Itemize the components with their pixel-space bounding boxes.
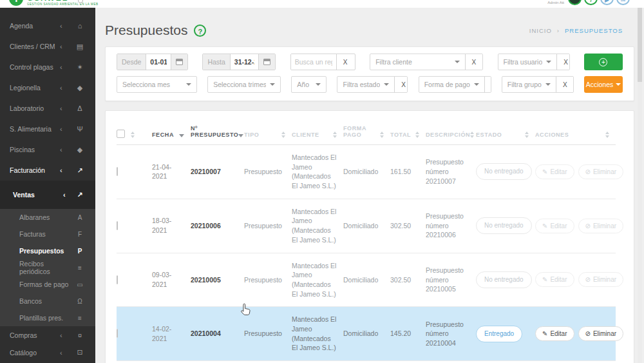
- breadcrumb-current: PRESUPUESTOS: [565, 27, 623, 34]
- bug-icon: ✶: [75, 63, 85, 72]
- scrollbar-thumb[interactable]: [638, 8, 642, 82]
- select-placeholder: Filtra grupo: [507, 81, 542, 88]
- sidebar-item-ventas[interactable]: Ventas ‹ ↗: [0, 181, 95, 209]
- help-circle-icon[interactable]: ?: [584, 0, 598, 5]
- sidebar-item-albaranes[interactable]: Albaranes A: [0, 209, 95, 226]
- video-icon[interactable]: ▶: [600, 0, 614, 5]
- sort-icon[interactable]: [333, 132, 337, 138]
- delete-button[interactable]: ⊘Eliminar: [578, 272, 624, 287]
- date-to-input[interactable]: [231, 54, 259, 70]
- delete-button[interactable]: ⊘Eliminar: [578, 164, 624, 179]
- column-header-numero[interactable]: Nº Presupuesto: [191, 125, 238, 138]
- filter-grupo-select[interactable]: Filtra grupo: [502, 77, 556, 92]
- caret-down-icon: [455, 61, 460, 63]
- search-clear-button[interactable]: X: [336, 54, 354, 70]
- sidebar-item-legionella[interactable]: Legionella ‹ ◆: [0, 77, 95, 98]
- chevron-left-icon: ‹: [60, 331, 69, 339]
- filter-grupo-clear-button[interactable]: X: [556, 77, 574, 92]
- cell-forma-pago: Domiciliado: [343, 321, 390, 346]
- row-checkbox[interactable]: [117, 329, 118, 338]
- delete-icon: ⊘: [585, 222, 591, 230]
- cell-fecha: 14-02-2021: [152, 317, 191, 351]
- caret-down-icon: [474, 83, 479, 86]
- filter-forma-pago-group: Forma de pago X: [419, 76, 491, 93]
- sidebar-item-control-plagas[interactable]: Control plagas ‹ ✶: [0, 57, 95, 77]
- filter-estado-clear-button[interactable]: X: [394, 77, 408, 92]
- sort-icon[interactable]: [380, 132, 384, 138]
- sidebar-item-laboratorio[interactable]: Laboratorio ‹ Δ: [0, 98, 95, 119]
- sort-icon[interactable]: [605, 132, 609, 138]
- sidebar-item-bancos[interactable]: Bancos Ω: [0, 293, 95, 309]
- filter-anio-select[interactable]: Año: [291, 76, 327, 93]
- sidebar-item-clientes-crm[interactable]: Clientes / CRM ‹ ▤: [0, 36, 95, 57]
- sort-icon[interactable]: [470, 132, 474, 138]
- sort-icon[interactable]: [525, 132, 529, 138]
- edit-button[interactable]: ✎Editar: [535, 219, 574, 233]
- delete-button-label: Eliminar: [593, 330, 616, 337]
- sidebar-item-label: Laboratorio: [10, 104, 60, 112]
- sidebar-item-agenda[interactable]: Agenda ‹ ⌂: [0, 15, 95, 36]
- cutlery-icon: Ψ: [75, 125, 85, 133]
- scrollbar[interactable]: [638, 8, 642, 363]
- column-header-fecha[interactable]: Fecha: [152, 132, 174, 138]
- column-header-estado[interactable]: Estado: [476, 132, 502, 138]
- avatar[interactable]: [568, 0, 582, 5]
- sidebar-item-facturas[interactable]: Facturas F: [0, 226, 95, 242]
- sidebar-item-piscinas[interactable]: Piscinas ‹ ◆: [0, 139, 95, 160]
- sidebar-item-facturacion[interactable]: Facturación ‹ ↗: [0, 160, 95, 181]
- delete-button[interactable]: ⊘Eliminar: [578, 219, 624, 233]
- filter-usuario-clear-button[interactable]: X: [556, 54, 569, 70]
- column-header-tipo[interactable]: Tipo: [244, 132, 259, 138]
- calendar-icon[interactable]: [258, 54, 275, 70]
- row-checkbox[interactable]: [117, 221, 118, 230]
- filter-cliente-select[interactable]: Filtra cliente: [370, 54, 464, 70]
- filter-forma-pago-select[interactable]: Forma de pago: [419, 77, 484, 92]
- filter-estado-select[interactable]: Filtra estado: [337, 77, 394, 92]
- row-checkbox[interactable]: [117, 275, 118, 284]
- sort-icon[interactable]: [281, 132, 285, 138]
- sidebar-item-formas-de-pago[interactable]: Formas de pago ▭: [0, 276, 95, 293]
- sidebar-item-presupuestos[interactable]: Presupuestos P: [0, 242, 95, 259]
- cart-icon: ¤: [75, 331, 85, 339]
- filter-forma-pago-clear-button[interactable]: X: [484, 77, 491, 92]
- search-input[interactable]: [291, 54, 336, 70]
- sort-desc-icon[interactable]: [179, 134, 184, 137]
- edit-button[interactable]: ✎Editar: [535, 326, 574, 341]
- row-checkbox[interactable]: [117, 167, 118, 176]
- column-header-descripcion[interactable]: Descripción: [426, 132, 470, 138]
- filter-usuario-select[interactable]: Filtra usuario: [498, 54, 557, 70]
- table-row[interactable]: 09-03-2021 20210005 Presupuesto Mantecad…: [117, 253, 616, 308]
- caret-down-icon: [316, 83, 321, 86]
- table-row[interactable]: 18-03-2021 20210006 Presupuesto Mantecad…: [117, 199, 616, 253]
- sidebar-item-plantillas-pres[interactable]: Plantillas pres. ≡: [0, 309, 95, 326]
- edit-button[interactable]: ✎Editar: [535, 164, 574, 179]
- edit-button[interactable]: ✎Editar: [535, 272, 574, 287]
- add-presupuesto-button[interactable]: +: [584, 54, 623, 70]
- sidebar-item-recibos-periodicos[interactable]: Recibos periódicos ≡: [0, 259, 95, 276]
- table-row-highlighted[interactable]: 14-02-2021 20210004 Presupuesto Mantecad…: [117, 307, 616, 361]
- column-header-total[interactable]: Total: [390, 132, 411, 138]
- sidebar-item-catalogo[interactable]: Catálogo ‹ ⊡: [0, 344, 95, 361]
- filter-cliente-clear-button[interactable]: X: [465, 54, 483, 70]
- column-header-acciones[interactable]: Acciones: [535, 132, 569, 138]
- column-header-forma-pago[interactable]: Forma Pago: [343, 125, 380, 138]
- sidebar-item-compras[interactable]: Compras ‹ ¤: [0, 326, 95, 344]
- page-help-icon[interactable]: ?: [194, 25, 206, 37]
- sort-icon[interactable]: [415, 132, 419, 138]
- date-from-input[interactable]: [146, 54, 171, 70]
- calendar-icon[interactable]: [171, 54, 187, 70]
- filter-mes-select[interactable]: Selecciona mes: [117, 76, 197, 93]
- filter-trimestre-select[interactable]: Selecciona trimestre: [207, 76, 281, 93]
- select-all-checkbox[interactable]: [117, 130, 125, 138]
- table-row[interactable]: 21-04-2021 20210007 Presupuesto Mantecad…: [117, 145, 616, 199]
- sidebar-item-s-alimentaria[interactable]: S. Alimentaria ‹ Ψ: [0, 119, 95, 139]
- column-header-cliente[interactable]: Cliente: [292, 132, 319, 138]
- sort-icon[interactable]: [131, 132, 135, 138]
- chat-icon[interactable]: ✉: [616, 0, 630, 5]
- select-placeholder: Filtra estado: [343, 81, 380, 88]
- breadcrumb-home[interactable]: INICIO: [529, 27, 552, 34]
- acciones-button[interactable]: Acciones: [584, 76, 623, 93]
- delete-button[interactable]: ⊘Eliminar: [578, 326, 624, 341]
- edit-icon: ✎: [542, 330, 547, 337]
- sort-desc-icon[interactable]: [238, 134, 243, 137]
